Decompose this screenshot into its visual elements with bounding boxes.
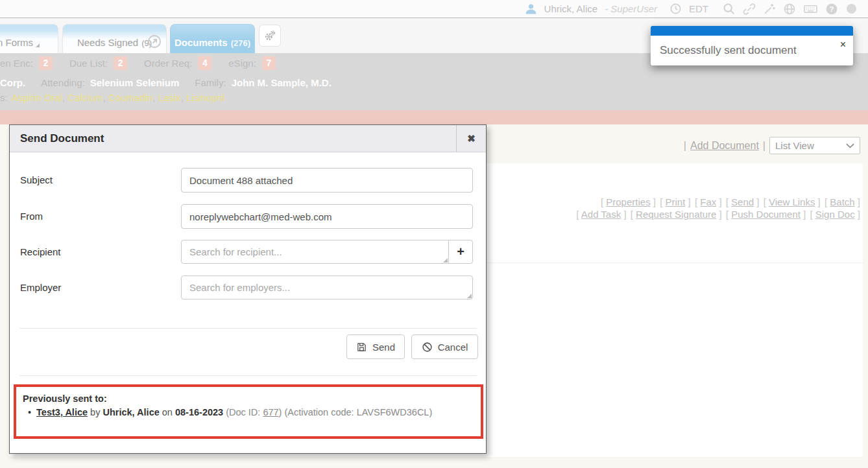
status-counters: en Enc:2 Due List:2 Order Req:4 eSign:7 bbox=[0, 56, 276, 70]
svg-text:?: ? bbox=[830, 5, 834, 12]
action-fax[interactable]: Fax bbox=[695, 196, 725, 207]
doc-id-link[interactable]: 677 bbox=[263, 407, 278, 417]
counter-open-enc[interactable]: en Enc:2 bbox=[0, 56, 53, 70]
tab-label: Documents bbox=[175, 37, 228, 48]
action-links-row2: Add TaskRequest SignaturePush DocumentSi… bbox=[497, 208, 860, 220]
user-icon bbox=[525, 3, 537, 15]
action-send[interactable]: Send bbox=[726, 196, 762, 207]
employer-input[interactable] bbox=[181, 275, 473, 299]
chevron-down-icon bbox=[846, 143, 854, 148]
attending-value: Selenium Selenium bbox=[90, 77, 180, 88]
close-icon[interactable]: × bbox=[840, 39, 846, 51]
add-document-link[interactable]: Add Document bbox=[690, 140, 759, 152]
wand-icon[interactable] bbox=[763, 3, 776, 16]
medication-item[interactable]: Aspirin Oral bbox=[12, 92, 68, 103]
action-request-signature[interactable]: Request Signature bbox=[631, 209, 725, 220]
recipient-label: Recipient bbox=[20, 240, 61, 264]
divider bbox=[19, 328, 477, 329]
from-input[interactable] bbox=[181, 204, 473, 229]
modal-title: Send Document bbox=[20, 125, 104, 152]
send-document-modal: Send Document ✖ Subject From Recipient +… bbox=[9, 124, 487, 454]
action-view-links[interactable]: View Links bbox=[764, 196, 823, 207]
medications-list: Aspirin OralCalciumCoumadinLasixLisinopr… bbox=[12, 92, 225, 103]
counter-due-list[interactable]: Due List:2 bbox=[69, 56, 127, 70]
toast-accent-bar bbox=[651, 26, 853, 36]
subject-input[interactable] bbox=[181, 168, 473, 193]
document-toolbar: | Add Document | List View bbox=[684, 137, 860, 154]
count-badge: 2 bbox=[114, 56, 127, 70]
separator: | bbox=[763, 140, 766, 152]
close-icon[interactable]: ✖ bbox=[456, 125, 486, 152]
timezone-label: EDT bbox=[689, 3, 708, 14]
medication-item[interactable]: Coumadin bbox=[108, 92, 158, 103]
count-badge: 7 bbox=[262, 56, 276, 70]
cancel-button[interactable]: Cancel bbox=[411, 334, 478, 359]
patient-demographics: Corp. Attending: Selenium Selenium Famil… bbox=[0, 77, 332, 88]
user-name[interactable]: Uhrick, Alice bbox=[544, 3, 598, 14]
send-button[interactable]: Send bbox=[346, 334, 405, 359]
save-icon bbox=[356, 342, 367, 353]
add-recipient-button[interactable]: + bbox=[448, 240, 473, 264]
tab-documents[interactable]: Documents (276) bbox=[170, 24, 255, 53]
tab-settings-button[interactable] bbox=[259, 25, 281, 47]
resize-handle-icon[interactable] bbox=[467, 294, 472, 298]
action-print[interactable]: Print bbox=[660, 196, 693, 207]
globe-icon[interactable] bbox=[783, 3, 796, 16]
tab-screen-forms[interactable]: creen Forms bbox=[0, 24, 58, 53]
toast-notification: Successfully sent document × bbox=[651, 26, 853, 65]
sent-date: 08-16-2023 bbox=[175, 407, 223, 417]
toast-body: Successfully sent document × bbox=[651, 36, 853, 65]
document-action-links: PropertiesPrintFaxSendView LinksBatch Ad… bbox=[497, 196, 860, 220]
count-badge: 2 bbox=[39, 56, 53, 70]
resize-handle-icon[interactable] bbox=[443, 258, 448, 263]
clock-icon bbox=[669, 3, 682, 15]
view-mode-value: List View bbox=[775, 140, 814, 151]
status-circle-icon bbox=[845, 3, 858, 15]
sender-name: Uhrick, Alice bbox=[102, 407, 159, 417]
patient-employer: Corp. bbox=[0, 77, 25, 88]
action-properties[interactable]: Properties bbox=[601, 196, 658, 207]
popout-arrow-icon[interactable] bbox=[146, 33, 163, 50]
toast-message: Successfully sent document bbox=[660, 44, 797, 57]
attending-label: Attending: bbox=[41, 77, 85, 88]
action-sign-doc[interactable]: Sign Doc bbox=[810, 209, 860, 220]
medication-item[interactable]: Lasix bbox=[158, 92, 186, 103]
family-value: John M. Sample, M.D. bbox=[232, 77, 332, 88]
link-icon[interactable] bbox=[743, 3, 756, 16]
previously-sent-highlight: Previously sent to: •Test3, Alice by Uhr… bbox=[14, 384, 483, 439]
family-label: Family: bbox=[195, 77, 226, 88]
keyboard-icon[interactable] bbox=[803, 1, 818, 16]
action-links-row1: PropertiesPrintFaxSendView LinksBatch bbox=[497, 196, 860, 208]
divider bbox=[19, 375, 477, 376]
user-role: - SuperUser bbox=[605, 3, 657, 14]
medications-label: s: bbox=[0, 92, 8, 103]
action-batch[interactable]: Batch bbox=[825, 196, 860, 207]
top-bar: Uhrick, Alice - SuperUser EDT ? bbox=[0, 0, 868, 18]
employer-label: Employer bbox=[20, 275, 61, 300]
sent-recipient-link[interactable]: Test3, Alice bbox=[36, 407, 88, 417]
search-icon[interactable] bbox=[722, 2, 736, 16]
tab-count: (276) bbox=[231, 38, 250, 48]
subject-label: Subject bbox=[20, 168, 53, 193]
previously-sent-entry: •Test3, Alice by Uhrick, Alice on 08-16-… bbox=[23, 407, 474, 417]
action-add-task[interactable]: Add Task bbox=[576, 209, 629, 220]
modal-header[interactable]: Send Document ✖ bbox=[10, 125, 486, 152]
section-divider-bar bbox=[0, 110, 868, 124]
dropdown-corner-icon bbox=[36, 43, 40, 47]
view-mode-select[interactable]: List View bbox=[769, 137, 860, 154]
help-icon[interactable]: ? bbox=[825, 3, 838, 16]
recipient-input[interactable] bbox=[181, 240, 449, 264]
separator: | bbox=[684, 140, 686, 152]
activation-code: (Activation code: LAVSF6WD36CL) bbox=[284, 407, 432, 417]
patient-medications: s: Aspirin OralCalciumCoumadinLasixLisin… bbox=[0, 92, 224, 103]
count-badge: 4 bbox=[198, 56, 211, 70]
medication-item[interactable]: Lisinopril bbox=[186, 92, 224, 103]
from-label: From bbox=[20, 204, 43, 229]
previously-sent-heading: Previously sent to: bbox=[23, 393, 474, 404]
ban-icon bbox=[422, 342, 433, 353]
medication-item[interactable]: Calcium bbox=[67, 92, 108, 103]
tab-label: creen Forms bbox=[0, 37, 33, 48]
action-push-document[interactable]: Push Document bbox=[726, 209, 809, 220]
counter-order-req[interactable]: Order Req:4 bbox=[144, 56, 211, 70]
counter-esign[interactable]: eSign:7 bbox=[228, 56, 276, 70]
